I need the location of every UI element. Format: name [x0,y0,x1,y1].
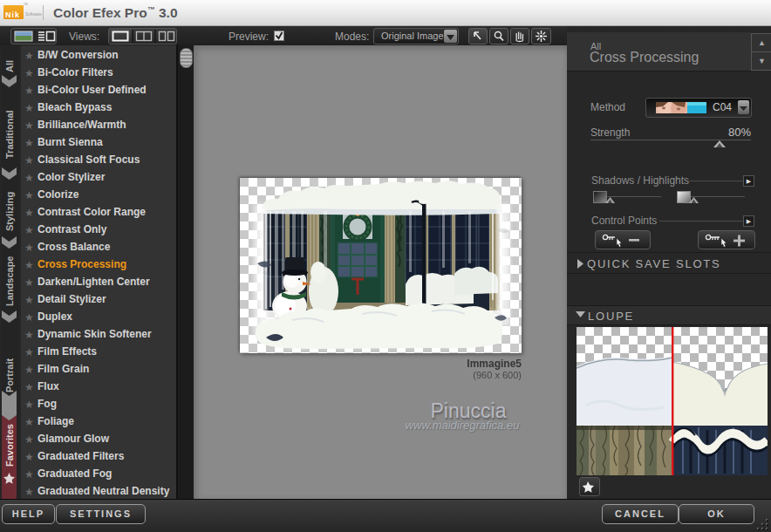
svg-text:Stylizing: Stylizing [4,192,15,231]
svg-text:Traditional: Traditional [4,110,15,159]
svg-text:Favorites: Favorites [4,424,15,467]
svg-text:All: All [4,60,15,72]
svg-text:Landscape: Landscape [4,256,15,306]
svg-text:Portrait: Portrait [4,358,15,392]
